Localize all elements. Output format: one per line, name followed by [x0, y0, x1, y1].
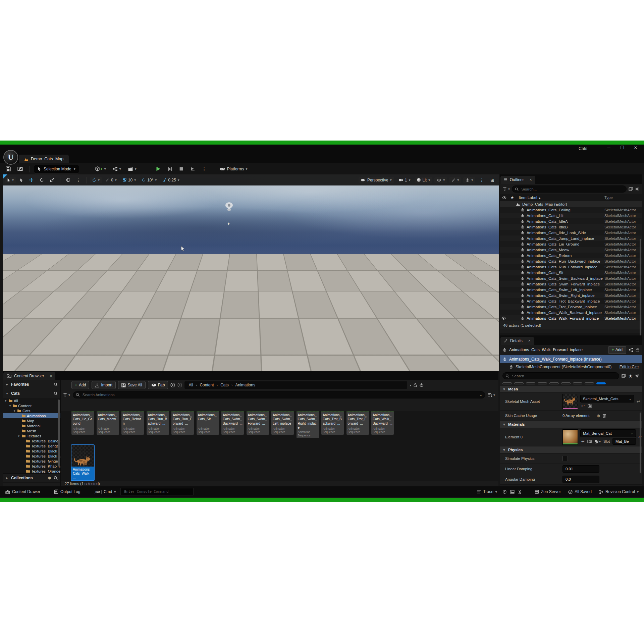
material-thumbnail[interactable] [562, 429, 578, 445]
breadcrumb-item[interactable]: Animations [235, 383, 258, 387]
output-log-button[interactable]: Output Log [52, 489, 82, 494]
audio-gizmo-icon[interactable] [224, 202, 234, 213]
surface-snap-dropdown[interactable]: ▾ [90, 177, 102, 183]
outliner-world-row[interactable]: Demo_Cats_Map (Editor) [500, 201, 642, 207]
grid-snap-dropdown[interactable]: 10▾ [120, 177, 138, 183]
category-chip[interactable] [549, 382, 559, 384]
outliner-row[interactable]: Animations_Cats_Run_Backward_inplace Ske… [500, 258, 642, 264]
details-instance-row[interactable]: Animations_Cats_Walk_Forward_inplace (In… [500, 355, 642, 363]
visibility-eye-icon[interactable] [501, 316, 506, 320]
close-button[interactable]: ✕ [631, 145, 641, 150]
outliner-row[interactable]: Animations_Cats_Ilde_Look_Side SkeletalM… [500, 230, 642, 235]
details-search-input[interactable] [511, 374, 616, 378]
category-chip[interactable] [538, 382, 547, 384]
outliner-search[interactable] [512, 185, 627, 193]
outliner-row[interactable]: Animations_Cats_Jump_Land_inplace Skelet… [500, 235, 642, 241]
category-chip[interactable] [502, 382, 512, 384]
world-local-toggle[interactable] [64, 177, 73, 183]
asset-tile[interactable]: Animations_​Cats_​Sit Animation Sequence [197, 411, 219, 435]
asset-search[interactable]: ⌄ [73, 391, 485, 398]
insights-target-icon[interactable] [502, 490, 507, 494]
cat-actor[interactable] [152, 280, 177, 295]
outliner-row[interactable]: Animations_Cats_Swim_Right_inplace Skele… [500, 292, 642, 298]
material-checker-icon[interactable]: ▾ [595, 440, 601, 443]
outliner-row[interactable]: Animations_Cats_Trot_Backward_inplace Sk… [500, 298, 642, 304]
folder-tree-item[interactable]: Material [3, 423, 60, 428]
outliner-row[interactable]: Animations_Cats_Sit SkeletalMeshActor [500, 270, 642, 275]
lock-icon[interactable] [636, 348, 639, 352]
add-array-element-icon[interactable]: ⊕ [597, 413, 600, 418]
search-options-chevron[interactable]: ⌄ [480, 393, 482, 397]
forward-icon[interactable] [177, 383, 182, 387]
folder-tree-item[interactable]: Textures_Ginger [3, 459, 60, 464]
viewport-settings-dropdown[interactable]: ▾ [463, 177, 475, 183]
folder-tree-item[interactable]: Mesh [3, 428, 60, 433]
selection-mode-dropdown[interactable]: Selection Mode ▾ [34, 165, 79, 173]
lit-mode-dropdown[interactable]: Lit▾ [415, 177, 432, 183]
breadcrumb-item[interactable]: All› [189, 383, 197, 387]
asset-tile[interactable]: Animations_​Cats_​Swim_​Backward_​... An… [221, 411, 244, 435]
display-manager-icon[interactable] [622, 374, 626, 378]
material-dropdown[interactable]: Mat_Bengal_Cat⌄ [580, 429, 636, 437]
content-browser-close-icon[interactable]: × [50, 374, 52, 378]
outliner-row[interactable]: Animations_Cats_Walk_Backward_inplace Sk… [500, 310, 642, 315]
linear-damping-field[interactable]: 0.01 [562, 465, 599, 473]
browse-to-material-icon[interactable] [587, 439, 592, 443]
scale-snap-dropdown[interactable]: 0.25▾ [160, 177, 181, 183]
skeletal-mesh-dropdown[interactable]: Skeletal_Mesh_Cats⌄ [580, 395, 634, 402]
maximize-button[interactable]: ❐ [617, 145, 627, 150]
asset-tile[interactable]: Animations_​Cats_​Run_​Backward_​... Ani… [147, 411, 169, 435]
outliner-row[interactable]: Animations_Cats_Walk_Forward_inplace Ske… [500, 315, 642, 321]
menu-item[interactable] [54, 148, 62, 150]
fab-button[interactable]: Fab [148, 381, 168, 389]
pending-tasks-icon[interactable] [518, 490, 522, 494]
slot-name-field[interactable]: Mat_Be [612, 438, 636, 445]
browse-to-asset-icon[interactable] [588, 404, 592, 408]
menu-item[interactable] [72, 148, 80, 150]
asset-tile[interactable]: Animations_​Cats_​Swim_​Forward_​... Ani… [247, 411, 269, 435]
menu-item[interactable] [35, 148, 43, 150]
scale-tool[interactable] [48, 177, 57, 183]
asset-tile[interactable]: Animations_​Cats_​Walk_​Backward_​... An… [371, 411, 394, 435]
screenshot-icon[interactable] [510, 490, 515, 494]
category-chip[interactable] [585, 382, 594, 384]
platforms-dropdown[interactable]: Platforms ▾ [217, 166, 250, 172]
angular-damping-field[interactable]: 0.0 [562, 476, 599, 483]
collections-search-icon[interactable] [54, 476, 58, 480]
blueprint-icon[interactable] [629, 347, 633, 352]
content-browser-tab[interactable]: Content Browser × [3, 372, 55, 380]
outliner-row[interactable]: Animations_Cats_Swim_Forward_inplace Ske… [500, 281, 642, 287]
play-button[interactable] [153, 165, 163, 172]
asset-search-input[interactable] [82, 392, 478, 397]
console-command-input[interactable] [123, 489, 191, 494]
category-chip[interactable] [514, 382, 524, 384]
breadcrumb-item[interactable]: Content› [200, 383, 218, 387]
type-column[interactable]: Type [604, 196, 642, 200]
add-actor-button[interactable]: +▾ [93, 165, 108, 172]
details-search[interactable] [502, 372, 619, 379]
all-saved-button[interactable]: All Saved [566, 489, 594, 494]
revision-control-dropdown[interactable]: Revision Control▾ [597, 489, 641, 494]
outliner-row[interactable]: Animations_Cats_Hit SkeletalMeshActor [500, 213, 642, 218]
folder-tree-item[interactable]: Textures_Khao_Manee [3, 464, 60, 469]
select-tool[interactable] [17, 177, 25, 183]
cat-actor[interactable] [129, 323, 193, 358]
folder-tree-item[interactable]: Textures_Baliness [3, 438, 60, 443]
content-drawer-button[interactable]: Content Drawer [3, 489, 42, 494]
physics-section-header[interactable]: ▼Physics [500, 446, 642, 453]
folder-tree-item[interactable]: Textures_Black [3, 448, 60, 453]
outliner-search-input[interactable] [521, 187, 624, 192]
favorites-star-icon[interactable]: ★ [628, 373, 633, 379]
category-chip[interactable] [573, 382, 582, 384]
stop-button[interactable] [177, 166, 186, 172]
favorites-search-icon[interactable] [54, 382, 58, 386]
outliner-row[interactable]: Animations_Cats_Run_Forward_inplace Skel… [500, 264, 642, 270]
cat-actor[interactable] [174, 282, 198, 296]
menu-item[interactable] [82, 148, 90, 150]
asset-tile[interactable]: Animations_​Cats_​Swim_​Left_​inplace An… [271, 411, 294, 435]
cat-actor[interactable] [217, 281, 239, 295]
add-asset-button[interactable]: +Add [71, 381, 89, 389]
back-icon[interactable] [170, 383, 175, 387]
asset-tile[interactable]: Animations_​Cats_​Lie_​Ground Animation … [71, 411, 94, 435]
mesh-section-header[interactable]: ▼Mesh [500, 386, 642, 393]
